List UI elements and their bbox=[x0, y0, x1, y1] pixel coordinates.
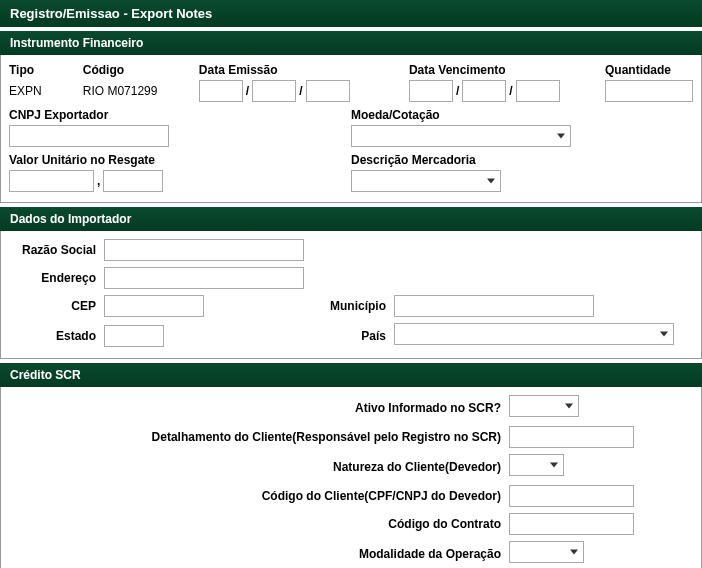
date-sep: / bbox=[299, 80, 302, 102]
tipo-label: Tipo bbox=[9, 63, 61, 77]
chevron-down-icon bbox=[557, 134, 565, 139]
chevron-down-icon bbox=[570, 550, 578, 555]
valor-unit-dec-input[interactable] bbox=[103, 170, 163, 192]
section-scr: Ativo Informado no SCR? Detalhamento do … bbox=[0, 387, 702, 568]
detalhamento-input[interactable] bbox=[509, 426, 634, 448]
valor-unit-label: Valor Unitário no Resgate bbox=[9, 153, 329, 167]
section-instrumento: Tipo EXPN Código RIO M071299 Data Emissã… bbox=[0, 55, 702, 203]
date-sep: / bbox=[509, 80, 512, 102]
natureza-select[interactable] bbox=[509, 454, 564, 476]
decimal-sep: , bbox=[94, 170, 103, 192]
valor-unit-int-input[interactable] bbox=[9, 170, 94, 192]
chevron-down-icon bbox=[660, 332, 668, 337]
tipo-value: EXPN bbox=[9, 80, 61, 102]
codigo-cliente-label: Código do Cliente(CPF/CNPJ do Devedor) bbox=[9, 489, 509, 503]
data-emissao-day[interactable] bbox=[199, 80, 243, 102]
data-venc-year[interactable] bbox=[516, 80, 560, 102]
endereco-input[interactable] bbox=[104, 267, 304, 289]
page-title: Registro/Emissao - Export Notes bbox=[0, 0, 702, 27]
cnpj-input[interactable] bbox=[9, 125, 169, 147]
municipio-input[interactable] bbox=[394, 295, 594, 317]
chevron-down-icon bbox=[487, 179, 495, 184]
codigo-value: RIO M071299 bbox=[83, 80, 177, 102]
chevron-down-icon bbox=[565, 404, 573, 409]
data-emissao-month[interactable] bbox=[252, 80, 296, 102]
section-importador: Razão Social Endereço CEP Município Esta… bbox=[0, 231, 702, 359]
date-sep: / bbox=[246, 80, 249, 102]
cnpj-label: CNPJ Exportador bbox=[9, 108, 329, 122]
razao-input[interactable] bbox=[104, 239, 304, 261]
estado-label: Estado bbox=[9, 329, 104, 343]
razao-label: Razão Social bbox=[9, 243, 104, 257]
quantidade-input[interactable] bbox=[605, 80, 693, 102]
data-emissao-label: Data Emissão bbox=[199, 63, 387, 77]
codigo-contrato-label: Código do Contrato bbox=[9, 517, 509, 531]
cep-label: CEP bbox=[9, 299, 104, 313]
ativo-label: Ativo Informado no SCR? bbox=[9, 401, 509, 415]
codigo-label: Código bbox=[83, 63, 177, 77]
endereco-label: Endereço bbox=[9, 271, 104, 285]
moeda-label: Moeda/Cotação bbox=[351, 108, 651, 122]
codigo-cliente-input[interactable] bbox=[509, 485, 634, 507]
data-venc-month[interactable] bbox=[462, 80, 506, 102]
descricao-select[interactable] bbox=[351, 170, 501, 192]
date-sep: / bbox=[456, 80, 459, 102]
section-instrumento-header: Instrumento Financeiro bbox=[0, 31, 702, 55]
detalhamento-label: Detalhamento do Cliente(Responsável pelo… bbox=[9, 430, 509, 444]
ativo-select[interactable] bbox=[509, 395, 579, 417]
modalidade-label: Modalidade da Operação bbox=[9, 547, 509, 561]
codigo-contrato-input[interactable] bbox=[509, 513, 634, 535]
natureza-label: Natureza do Cliente(Devedor) bbox=[9, 460, 509, 474]
quantidade-label: Quantidade bbox=[605, 63, 693, 77]
estado-input[interactable] bbox=[104, 325, 164, 347]
data-venc-day[interactable] bbox=[409, 80, 453, 102]
data-vencimento-label: Data Vencimento bbox=[409, 63, 583, 77]
chevron-down-icon bbox=[550, 463, 558, 468]
pais-select[interactable] bbox=[394, 323, 674, 345]
moeda-select[interactable] bbox=[351, 125, 571, 147]
section-scr-header: Crédito SCR bbox=[0, 363, 702, 387]
descricao-label: Descrição Mercadoria bbox=[351, 153, 651, 167]
cep-input[interactable] bbox=[104, 295, 204, 317]
section-importador-header: Dados do Importador bbox=[0, 207, 702, 231]
municipio-label: Município bbox=[314, 299, 394, 313]
pais-label: País bbox=[314, 329, 394, 343]
modalidade-select[interactable] bbox=[509, 541, 584, 563]
data-emissao-year[interactable] bbox=[306, 80, 350, 102]
